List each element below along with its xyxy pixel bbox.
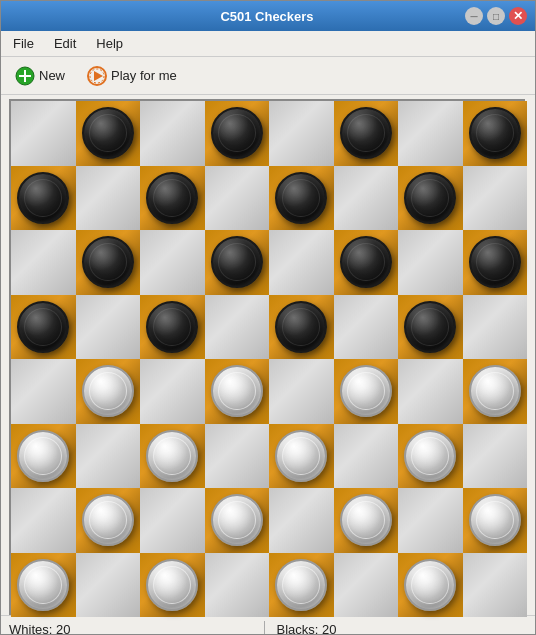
cell-1-4[interactable] — [269, 166, 334, 231]
cell-4-1[interactable] — [76, 359, 141, 424]
black-piece[interactable] — [82, 236, 134, 288]
black-piece[interactable] — [404, 172, 456, 224]
cell-5-0[interactable] — [11, 424, 76, 489]
cell-3-4[interactable] — [269, 295, 334, 360]
maximize-button[interactable]: □ — [487, 7, 505, 25]
cell-3-0[interactable] — [11, 295, 76, 360]
cell-0-4[interactable] — [269, 101, 334, 166]
white-piece[interactable] — [146, 430, 198, 482]
white-piece[interactable] — [82, 365, 134, 417]
cell-2-1[interactable] — [76, 230, 141, 295]
cell-7-6[interactable] — [398, 553, 463, 618]
cell-3-1[interactable] — [76, 295, 141, 360]
cell-6-2[interactable] — [140, 488, 205, 553]
white-piece[interactable] — [469, 494, 521, 546]
white-piece[interactable] — [469, 365, 521, 417]
cell-2-2[interactable] — [140, 230, 205, 295]
black-piece[interactable] — [211, 107, 263, 159]
cell-6-6[interactable] — [398, 488, 463, 553]
black-piece[interactable] — [340, 236, 392, 288]
cell-0-5[interactable] — [334, 101, 399, 166]
black-piece[interactable] — [275, 172, 327, 224]
cell-7-3[interactable] — [205, 553, 270, 618]
black-piece[interactable] — [469, 107, 521, 159]
cell-6-0[interactable] — [11, 488, 76, 553]
cell-2-5[interactable] — [334, 230, 399, 295]
black-piece[interactable] — [17, 172, 69, 224]
black-piece[interactable] — [17, 301, 69, 353]
cell-3-5[interactable] — [334, 295, 399, 360]
cell-3-2[interactable] — [140, 295, 205, 360]
cell-3-7[interactable] — [463, 295, 528, 360]
cell-1-0[interactable] — [11, 166, 76, 231]
white-piece[interactable] — [211, 365, 263, 417]
black-piece[interactable] — [469, 236, 521, 288]
white-piece[interactable] — [340, 494, 392, 546]
play-for-me-button[interactable]: Play for me — [81, 63, 183, 89]
cell-3-3[interactable] — [205, 295, 270, 360]
cell-4-4[interactable] — [269, 359, 334, 424]
cell-5-7[interactable] — [463, 424, 528, 489]
cell-1-5[interactable] — [334, 166, 399, 231]
black-piece[interactable] — [146, 301, 198, 353]
cell-5-1[interactable] — [76, 424, 141, 489]
cell-6-3[interactable] — [205, 488, 270, 553]
checkers-board[interactable] — [9, 99, 525, 615]
black-piece[interactable] — [404, 301, 456, 353]
cell-1-3[interactable] — [205, 166, 270, 231]
cell-1-6[interactable] — [398, 166, 463, 231]
cell-5-3[interactable] — [205, 424, 270, 489]
cell-4-7[interactable] — [463, 359, 528, 424]
cell-4-3[interactable] — [205, 359, 270, 424]
cell-4-2[interactable] — [140, 359, 205, 424]
cell-4-5[interactable] — [334, 359, 399, 424]
cell-1-7[interactable] — [463, 166, 528, 231]
black-piece[interactable] — [82, 107, 134, 159]
cell-7-0[interactable] — [11, 553, 76, 618]
menu-edit[interactable]: Edit — [46, 34, 84, 53]
cell-0-3[interactable] — [205, 101, 270, 166]
cell-0-0[interactable] — [11, 101, 76, 166]
menu-help[interactable]: Help — [88, 34, 131, 53]
cell-0-1[interactable] — [76, 101, 141, 166]
white-piece[interactable] — [82, 494, 134, 546]
menu-file[interactable]: File — [5, 34, 42, 53]
white-piece[interactable] — [146, 559, 198, 611]
cell-7-5[interactable] — [334, 553, 399, 618]
cell-5-4[interactable] — [269, 424, 334, 489]
cell-0-7[interactable] — [463, 101, 528, 166]
black-piece[interactable] — [146, 172, 198, 224]
white-piece[interactable] — [211, 494, 263, 546]
cell-5-2[interactable] — [140, 424, 205, 489]
cell-7-4[interactable] — [269, 553, 334, 618]
cell-2-0[interactable] — [11, 230, 76, 295]
new-button[interactable]: New — [9, 63, 71, 89]
cell-2-6[interactable] — [398, 230, 463, 295]
cell-2-4[interactable] — [269, 230, 334, 295]
cell-0-6[interactable] — [398, 101, 463, 166]
cell-3-6[interactable] — [398, 295, 463, 360]
cell-1-2[interactable] — [140, 166, 205, 231]
cell-2-7[interactable] — [463, 230, 528, 295]
black-piece[interactable] — [275, 301, 327, 353]
white-piece[interactable] — [404, 559, 456, 611]
cell-4-0[interactable] — [11, 359, 76, 424]
cell-5-6[interactable] — [398, 424, 463, 489]
cell-2-3[interactable] — [205, 230, 270, 295]
black-piece[interactable] — [211, 236, 263, 288]
white-piece[interactable] — [17, 559, 69, 611]
cell-6-5[interactable] — [334, 488, 399, 553]
white-piece[interactable] — [404, 430, 456, 482]
white-piece[interactable] — [17, 430, 69, 482]
cell-7-1[interactable] — [76, 553, 141, 618]
cell-1-1[interactable] — [76, 166, 141, 231]
cell-7-2[interactable] — [140, 553, 205, 618]
white-piece[interactable] — [275, 559, 327, 611]
cell-7-7[interactable] — [463, 553, 528, 618]
white-piece[interactable] — [340, 365, 392, 417]
cell-6-1[interactable] — [76, 488, 141, 553]
cell-6-4[interactable] — [269, 488, 334, 553]
close-button[interactable]: ✕ — [509, 7, 527, 25]
black-piece[interactable] — [340, 107, 392, 159]
white-piece[interactable] — [275, 430, 327, 482]
